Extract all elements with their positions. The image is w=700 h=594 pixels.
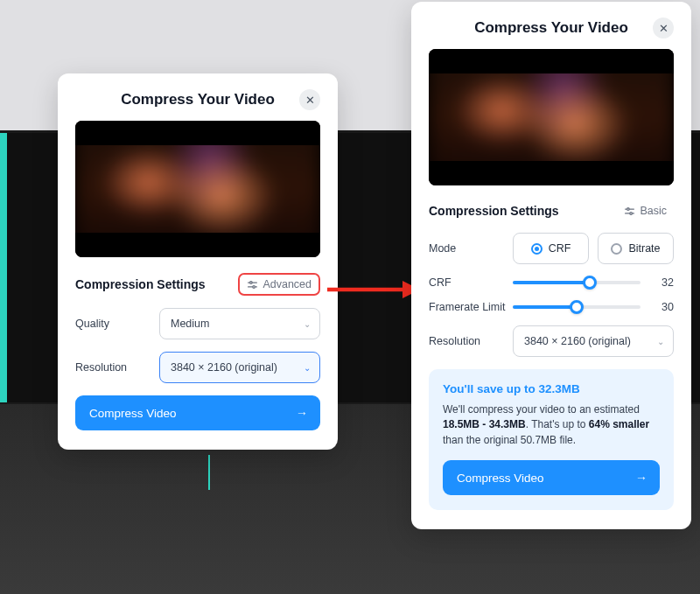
resolution-select[interactable]: 3840 × 2160 (original) ⌄	[513, 325, 674, 357]
svg-point-3	[253, 285, 256, 288]
timeline-strip	[0, 133, 7, 402]
sliders-icon	[624, 206, 635, 217]
compress-button[interactable]: Compress Video →	[75, 395, 320, 430]
crf-row: CRF 32	[429, 276, 674, 289]
dialog-title: Compress Your Video	[474, 19, 628, 37]
svg-point-9	[630, 212, 633, 214]
savings-title: You'll save up to 32.3MB	[443, 382, 660, 395]
resolution-value: 3840 × 2160 (original)	[171, 361, 277, 374]
savings-text: than the original 50.7MB file.	[443, 434, 576, 446]
quality-label: Quality	[75, 318, 159, 330]
savings-range: 18.5MB - 34.3MB	[443, 418, 526, 430]
settings-header: Compression Settings Advanced	[75, 273, 320, 296]
basic-toggle[interactable]: Basic	[617, 201, 674, 220]
mode-segmented: CRF Bitrate	[513, 233, 674, 264]
compress-dialog-advanced: Compress Your Video ✕ Compression Settin…	[411, 2, 691, 529]
compress-button-label: Compress Video	[457, 472, 544, 485]
radio-icon	[531, 243, 542, 255]
resolution-label: Resolution	[429, 335, 513, 347]
slider-fill	[513, 305, 577, 309]
settings-title: Compression Settings	[429, 204, 559, 218]
sliders-icon	[247, 279, 258, 290]
video-thumbnail	[75, 121, 320, 257]
video-thumbnail-image	[429, 49, 674, 185]
quality-row: Quality Medium ⌄	[75, 308, 320, 339]
close-button[interactable]: ✕	[299, 89, 320, 110]
resolution-row: Resolution 3840 × 2160 (original) ⌄	[75, 352, 320, 383]
close-icon: ✕	[305, 94, 315, 107]
savings-body: We'll compress your video to an estimate…	[443, 402, 660, 448]
fps-label: Framerate Limit	[429, 301, 513, 313]
savings-text: We'll compress your video to an estimate…	[443, 403, 640, 416]
crf-label: CRF	[429, 276, 513, 289]
mode-bitrate-label: Bitrate	[628, 242, 660, 255]
settings-title: Compression Settings	[75, 277, 206, 291]
radio-icon	[611, 243, 622, 255]
close-button[interactable]: ✕	[653, 17, 674, 38]
fps-row: Framerate Limit 30	[429, 301, 674, 313]
dialog-header: Compress Your Video ✕	[429, 19, 674, 37]
svg-point-1	[250, 281, 253, 283]
chevron-down-icon: ⌄	[304, 319, 311, 329]
mode-crf-option[interactable]: CRF	[513, 233, 589, 264]
fps-slider[interactable]	[513, 305, 640, 309]
mode-crf-label: CRF	[549, 242, 571, 255]
advanced-toggle-label: Advanced	[262, 278, 312, 290]
slider-knob[interactable]	[570, 300, 584, 314]
playhead-line	[208, 455, 210, 490]
settings-header: Compression Settings Basic	[429, 201, 674, 220]
video-thumbnail	[429, 49, 674, 185]
compress-button[interactable]: Compress Video →	[443, 460, 660, 495]
quality-select[interactable]: Medium ⌄	[159, 308, 320, 339]
savings-info: You'll save up to 32.3MB We'll compress …	[429, 369, 674, 510]
advanced-toggle[interactable]: Advanced	[238, 273, 320, 296]
resolution-value: 3840 × 2160 (original)	[524, 335, 631, 347]
close-icon: ✕	[659, 22, 668, 35]
resolution-select[interactable]: 3840 × 2160 (original) ⌄	[159, 352, 320, 383]
mode-bitrate-option[interactable]: Bitrate	[598, 233, 674, 264]
savings-pct: 64% smaller	[589, 418, 649, 430]
quality-value: Medium	[171, 318, 209, 330]
compress-button-label: Compress Video	[89, 407, 177, 420]
dialog-header: Compress Your Video ✕	[75, 91, 320, 108]
mode-row: Mode CRF Bitrate	[429, 233, 674, 264]
dialog-title: Compress Your Video	[121, 91, 275, 108]
svg-point-7	[627, 207, 630, 210]
savings-text: . That's up to	[526, 418, 589, 430]
compress-dialog-basic: Compress Your Video ✕ Compression Settin…	[58, 73, 338, 450]
slider-fill	[513, 281, 590, 284]
arrow-right-icon: →	[635, 471, 648, 485]
slider-knob[interactable]	[583, 276, 597, 290]
resolution-row: Resolution 3840 × 2160 (original) ⌄	[429, 325, 674, 357]
chevron-down-icon: ⌄	[304, 363, 311, 373]
chevron-down-icon: ⌄	[657, 337, 664, 346]
arrow-right-icon: →	[296, 406, 308, 420]
basic-toggle-label: Basic	[640, 205, 667, 217]
crf-value: 32	[651, 276, 674, 289]
mode-label: Mode	[429, 242, 513, 255]
crf-slider[interactable]	[513, 281, 640, 284]
resolution-label: Resolution	[75, 361, 159, 374]
fps-value: 30	[651, 301, 674, 313]
video-thumbnail-image	[75, 121, 320, 257]
